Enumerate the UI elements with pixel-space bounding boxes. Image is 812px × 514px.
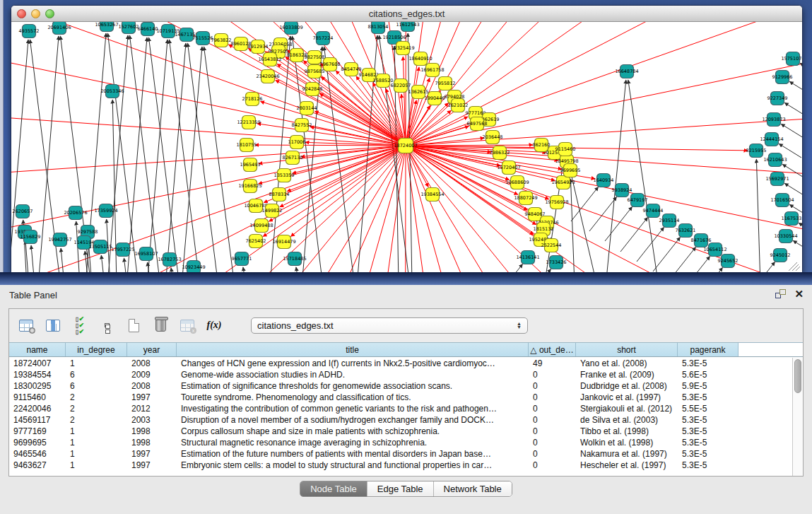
graph-node[interactable]: 10653267 <box>95 22 118 32</box>
table-row[interactable]: 1872400712008Changes of HCN gene express… <box>9 358 792 369</box>
close-panel-icon[interactable]: ✕ <box>794 289 804 298</box>
select-columns-button[interactable]: ▯✔▯✔▯✔ <box>71 317 88 334</box>
graph-node[interactable]: 15718485 <box>283 252 306 266</box>
svg-text:18807249: 18807249 <box>514 195 537 201</box>
svg-text:19218506: 19218506 <box>382 35 406 40</box>
graph-node[interactable]: 8471676 <box>691 234 712 247</box>
svg-text:1810755: 1810755 <box>237 142 257 148</box>
graph-node[interactable]: 11612543 <box>396 22 419 32</box>
function-builder-button[interactable]: f(x) <box>206 317 223 334</box>
vertical-scrollbar[interactable] <box>792 358 803 476</box>
network-canvas[interactable]: 4935572206914061065326715276026466140107… <box>11 22 802 272</box>
table-row[interactable]: 1456911722003Disruption of a novel membe… <box>9 414 792 426</box>
graph-node[interactable]: 7963822 <box>211 34 232 47</box>
graph-node[interactable]: 16782753 <box>158 253 181 267</box>
canvas-resize-grip[interactable] <box>789 262 800 271</box>
tab-edge-table[interactable]: Edge Table <box>367 481 433 496</box>
graph-node[interactable]: 7632621 <box>676 224 696 238</box>
graph-node[interactable]: 10688609 <box>505 176 529 189</box>
graph-node[interactable]: 117006 <box>288 136 306 149</box>
column-header-in_degree[interactable]: in_degree <box>66 343 127 356</box>
graph-node[interactable]: 20206576 <box>64 206 87 220</box>
table-row[interactable]: 946362711997Embryonic stem cells: a mode… <box>9 460 792 471</box>
delete-column-button[interactable] <box>152 317 169 334</box>
graph-node[interactable]: 9657771 <box>232 252 252 266</box>
graph-node[interactable]: 19166825 <box>238 180 261 193</box>
split-pane-divider[interactable] <box>0 0 4 285</box>
float-panel-icon[interactable] <box>775 289 786 298</box>
graph-node[interactable]: 4935572 <box>19 25 40 38</box>
column-header-year[interactable]: year <box>127 343 177 356</box>
tab-network-table[interactable]: Network Table <box>433 481 512 496</box>
graph-node[interactable]: 15720407 <box>497 161 520 175</box>
table-row[interactable]: 969969511998Structural magnetic resonanc… <box>9 437 792 448</box>
column-header-short[interactable]: short <box>576 343 678 356</box>
graph-node[interactable]: 8427552 <box>292 119 312 132</box>
svg-text:8912934: 8912934 <box>248 44 269 49</box>
graph-node[interactable]: 1353359 <box>274 169 295 182</box>
graph-node[interactable]: 16958107 <box>134 247 158 261</box>
scrollbar-thumb[interactable] <box>794 359 801 393</box>
graph-node[interactable]: 1640934 <box>594 174 614 187</box>
graph-node[interactable]: 16648784 <box>615 65 638 78</box>
graph-node[interactable]: 10923449 <box>182 261 205 273</box>
graph-node[interactable]: 19384554 <box>420 188 444 201</box>
graph-node[interactable]: 9245652 <box>718 255 739 268</box>
graph-node[interactable]: 7857224 <box>313 32 334 45</box>
graph-node[interactable]: 2036448 <box>483 131 503 144</box>
graph-node[interactable]: 6466140 <box>138 23 158 36</box>
svg-text:8878314: 8878314 <box>269 192 290 197</box>
svg-text:16958107: 16958107 <box>134 251 158 257</box>
graph-node[interactable]: 1810755 <box>237 139 257 152</box>
graph-node[interactable]: 2718126 <box>242 93 263 106</box>
graph-node[interactable]: 9474444 <box>643 204 664 218</box>
graph-node[interactable]: 2935114 <box>659 214 680 228</box>
graph-node[interactable]: 16033809 <box>279 22 302 35</box>
table-row[interactable]: 1938455462009Genome-wide association stu… <box>9 369 792 380</box>
table-row[interactable]: 1830029562008Estimation of significance … <box>9 380 792 392</box>
graph-node[interactable]: 20053346 <box>100 85 124 98</box>
table-row[interactable]: 946554611997Estimation of the future num… <box>9 448 792 460</box>
svg-text:9227349: 9227349 <box>767 95 788 101</box>
table-mode-button[interactable] <box>18 317 35 334</box>
delete-table-button[interactable]: x <box>179 317 196 334</box>
graph-node[interactable]: 19942757 <box>48 233 71 247</box>
show-columns-button[interactable] <box>45 317 61 334</box>
graph-node[interactable]: 17957225 <box>111 243 134 257</box>
desktop-gradient-strip <box>0 272 812 285</box>
graph-node[interactable]: 19756928 <box>545 196 568 209</box>
table-rows-area[interactable]: 1872400712008Changes of HCN gene express… <box>9 358 792 476</box>
network-table-select[interactable]: citations_edges.txt ▲▼ <box>251 317 528 334</box>
graph-node[interactable]: 1965493 <box>240 158 261 172</box>
graph-node[interactable]: 862160 <box>533 139 551 152</box>
table-type-segmented-control: Node TableEdge TableNetwork Table <box>300 481 512 497</box>
column-header-out_de[interactable]: △ out_de… <box>529 343 576 356</box>
graph-node[interactable]: 8215955 <box>746 144 767 158</box>
table-row[interactable]: 911546021997Tourette syndrome. Phenomeno… <box>9 392 792 403</box>
network-window-titlebar[interactable]: citations_edges.txt <box>11 6 802 22</box>
table-row[interactable]: 2242004622012Investigating the contribut… <box>9 403 792 414</box>
tab-node-table[interactable]: Node Table <box>300 481 367 496</box>
svg-text:19654923: 19654923 <box>551 180 575 185</box>
column-header-name[interactable]: name <box>9 343 66 356</box>
graph-node[interactable]: 19654923 <box>551 176 575 189</box>
graph-node[interactable]: 20691406 <box>47 22 71 35</box>
create-column-button[interactable] <box>125 317 142 334</box>
graph-node[interactable]: 9245012 <box>770 249 791 262</box>
table-row[interactable]: 977716911998Corpus callosum shape and si… <box>9 426 792 437</box>
svg-text:2803144: 2803144 <box>297 105 317 111</box>
graph-node[interactable]: 15751074 <box>781 52 802 66</box>
graph-node[interactable]: 8813054 <box>368 22 389 34</box>
svg-text:19756928: 19756928 <box>545 199 568 205</box>
column-header-pagerank[interactable]: pagerank <box>678 343 739 356</box>
graph-node[interactable]: 2620657 <box>13 205 33 218</box>
row-height-button[interactable] <box>98 317 115 334</box>
svg-text:18724007: 18724007 <box>394 143 417 148</box>
column-header-title[interactable]: title <box>177 343 529 356</box>
svg-text:20206576: 20206576 <box>64 210 87 216</box>
graph-node[interactable]: 12213359 <box>237 116 260 129</box>
svg-text:9875685: 9875685 <box>305 69 325 74</box>
graph-node[interactable]: 1527602 <box>119 22 139 34</box>
network-view-window[interactable]: citations_edges.txt 4935572206 <box>11 5 803 272</box>
svg-text:117006: 117006 <box>288 139 306 145</box>
